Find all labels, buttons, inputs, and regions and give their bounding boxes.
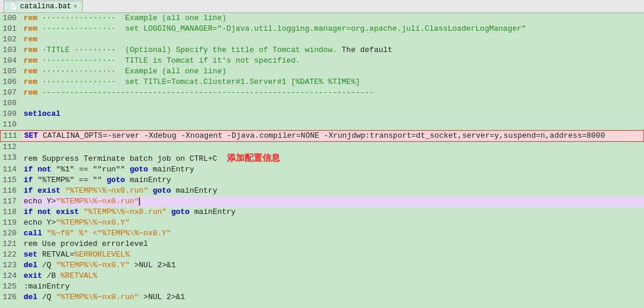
code-token: not [37,165,56,174]
code-token: ·TITLE ········· (Optional) Specify the … [42,46,341,54]
file-tab[interactable]: 📄 catalina.bat × [4,1,83,12]
line-number: 109 [0,109,21,119]
line-number: 118 [0,207,21,218]
line-number: 105 [0,66,21,77]
close-icon[interactable]: × [73,3,77,10]
code-line: 114if not "%1" == ""run"" goto mainEntry [0,164,644,175]
line-number: 102 [0,34,21,45]
code-token: rem [24,88,42,97]
line-number: 121 [0,239,21,249]
line-number: 117 [0,196,21,207]
code-line: 110 [0,119,644,130]
line-content[interactable]: rem ················ set LOGGING_MANAGER… [21,24,644,34]
code-token: rem [24,14,42,22]
line-number: 107 [0,87,21,98]
line-number: 110 [0,119,21,130]
line-number: 126 [0,292,21,303]
line-number: 119 [0,218,21,228]
line-number: 122 [0,249,21,260]
code-token: mainEntry [129,176,171,184]
line-number: 120 [0,228,21,239]
line-content[interactable]: setlocal [21,109,644,119]
code-line: 122set RETVAL=%ERRORLEVEL% [0,249,644,260]
code-token: CATALINA_OPTS=-server -Xdebug -Xnoagent … [43,131,605,140]
line-content[interactable]: del /Q "%TEMP%\%~nx0.Y" >NUL 2>&1 [21,260,644,271]
line-content[interactable]: SET CATALINA_OPTS=-server -Xdebug -Xnoag… [22,131,643,141]
code-token: not [37,208,56,216]
code-line: 103rem ·TITLE ········· (Optional) Speci… [0,45,644,56]
line-content[interactable]: rem ------------------------------------… [21,87,644,98]
code-token: "%TEMP%\%~nx0.run" [56,293,144,301]
line-content[interactable] [21,142,644,153]
line-content[interactable]: if "%TEMP%" == "" goto mainEntry [21,175,644,186]
line-content[interactable]: if exist "%TEMP%\%~nx0.run" goto mainEnt… [21,186,644,196]
line-content[interactable]: rem ·TITLE ········· (Optional) Specify … [21,45,644,56]
text-cursor [139,197,140,206]
line-number: 108 [0,98,21,109]
line-content[interactable]: rem ················ Example (all one li… [21,13,644,24]
line-content[interactable]: echo Y>"%TEMP%\%~nx0.run" [21,196,644,207]
line-content[interactable]: :mainEntry [21,281,644,292]
line-content[interactable]: rem ················ Example (all one li… [21,66,644,77]
code-line: 112 [0,142,644,153]
code-line: 106rem ················ set TITLE=Tomcat… [0,77,644,87]
code-token: The [341,46,355,54]
line-content[interactable] [21,119,644,130]
annotation-text: 添加配置信息 [217,153,281,163]
line-content[interactable]: rem [21,34,644,45]
code-token: goto [129,165,152,174]
line-content[interactable]: rem Suppress Terminate batch job on CTRL… [21,153,644,164]
line-number: 114 [0,164,21,175]
line-content[interactable]: del /Q "%TEMP%\%~nx0.run" >NUL 2>&1 [21,292,644,303]
code-line: 108 [0,98,644,109]
code-token: if [24,186,37,195]
code-token: "%TEMP%" == "" [37,176,106,184]
code-token: rem [24,77,42,86]
code-token: rem Use provided errorlevel [24,239,148,248]
code-line: 107rem ---------------------------------… [0,87,644,98]
line-content[interactable]: set RETVAL=%ERRORLEVEL% [21,249,644,260]
code-token: echo Y> [24,218,56,227]
line-content[interactable] [21,98,644,109]
code-token: :mainEntry [24,282,70,291]
code-line: 125:mainEntry [0,281,644,292]
code-token: del [24,293,42,301]
code-line: 102rem [0,34,644,45]
editor-area: 100rem ················ Example (all one… [0,13,644,308]
line-number: 101 [0,24,21,34]
code-line: 111SET CATALINA_OPTS=-server -Xdebug -Xn… [0,130,644,142]
code-line: 101rem ················ set LOGGING_MANA… [0,24,644,34]
code-token: rem [24,56,42,65]
line-content[interactable]: if not "%1" == ""run"" goto mainEntry [21,164,644,175]
code-line: 119echo Y>"%TEMP%\%~nx0.Y" [0,218,644,228]
line-content[interactable]: if not exist "%TEMP%\%~nx0.run" goto mai… [21,207,644,218]
code-token: default [356,46,392,54]
code-token: mainEntry [152,165,194,174]
code-token: "%1" == ""run"" [56,165,130,174]
code-token: goto [152,186,175,195]
code-line: 120call "%~f0" %* <"%TEMP%\%~nx0.Y" [0,228,644,239]
code-token: ················ Example (all one line) [42,14,226,22]
line-number: 125 [0,281,21,292]
line-content[interactable]: rem Use provided errorlevel [21,239,644,249]
title-bar: 📄 catalina.bat × [0,0,644,13]
code-token: if [24,208,37,216]
code-token: ················ Example (all one line) [42,67,226,76]
code-token: echo Y> [24,197,56,206]
code-token: set [24,250,42,259]
code-token: ----------------------------------------… [42,88,374,97]
code-line: 109setlocal [0,109,644,119]
line-content[interactable]: call "%~f0" %* <"%TEMP%\%~nx0.Y" [21,228,644,239]
code-token: del [24,261,42,270]
line-content[interactable]: echo Y>"%TEMP%\%~nx0.Y" [21,218,644,228]
line-number: 111 [1,131,22,141]
line-content[interactable]: rem ················ set TITLE=Tomcat.Cl… [21,77,644,87]
code-line: 121rem Use provided errorlevel [0,239,644,249]
code-token: "%~f0" %* <"%TEMP%\%~nx0.Y" [47,229,171,238]
code-token: rem [24,67,42,76]
line-content[interactable]: rem ················ TITLE is Tomcat if … [21,56,644,66]
code-token: if [24,176,37,184]
code-token: ················ TITLE is Tomcat if it's… [42,56,300,65]
line-content[interactable]: exit /B %RETVAL% [21,271,644,281]
code-token: "%TEMP%\%~nx0.run" [65,186,152,195]
